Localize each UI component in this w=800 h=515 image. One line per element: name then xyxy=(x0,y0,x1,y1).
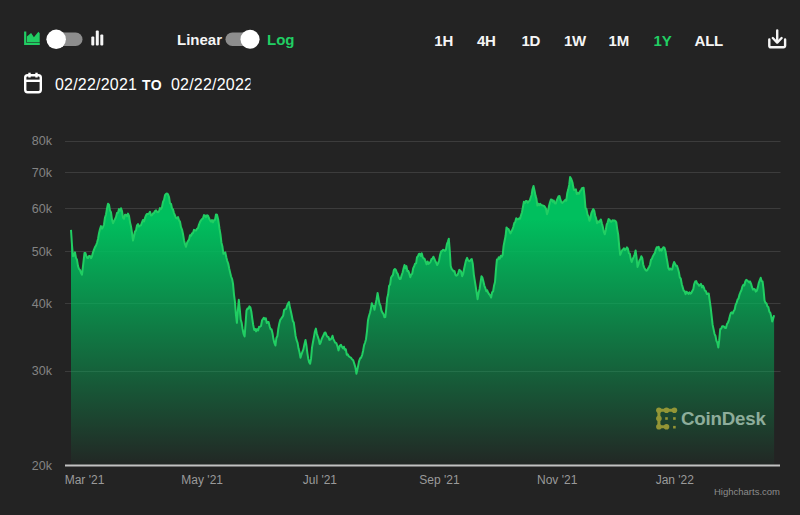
svg-text:Mar '21: Mar '21 xyxy=(65,473,105,487)
svg-text:Jul '21: Jul '21 xyxy=(303,473,338,487)
svg-text:30k: 30k xyxy=(32,364,53,378)
svg-text:Highcharts.com: Highcharts.com xyxy=(714,486,780,497)
svg-text:1Y: 1Y xyxy=(654,32,672,49)
svg-text:50k: 50k xyxy=(32,245,53,259)
svg-text:02/22/2022: 02/22/2022 xyxy=(171,76,253,93)
svg-text:TO: TO xyxy=(142,77,162,93)
svg-text:1M: 1M xyxy=(609,32,629,49)
svg-text:Sep '21: Sep '21 xyxy=(419,473,460,487)
svg-text:May '21: May '21 xyxy=(181,473,223,487)
svg-text:80k: 80k xyxy=(32,134,53,148)
svg-text:20k: 20k xyxy=(32,459,53,473)
svg-text:Log: Log xyxy=(267,31,295,48)
svg-text:Nov '21: Nov '21 xyxy=(537,473,578,487)
svg-text:1W: 1W xyxy=(564,32,587,49)
svg-text:60k: 60k xyxy=(32,202,53,216)
svg-text:70k: 70k xyxy=(32,166,53,180)
svg-text:1D: 1D xyxy=(521,32,540,49)
svg-text:ALL: ALL xyxy=(695,32,724,49)
svg-text:CoinDesk: CoinDesk xyxy=(681,408,766,429)
svg-text:40k: 40k xyxy=(32,297,53,311)
svg-text:4H: 4H xyxy=(477,32,496,49)
svg-text:Linear: Linear xyxy=(177,31,222,48)
svg-text:02/22/2021: 02/22/2021 xyxy=(55,76,137,93)
svg-text:Jan '22: Jan '22 xyxy=(656,473,695,487)
svg-text:1H: 1H xyxy=(434,32,453,49)
